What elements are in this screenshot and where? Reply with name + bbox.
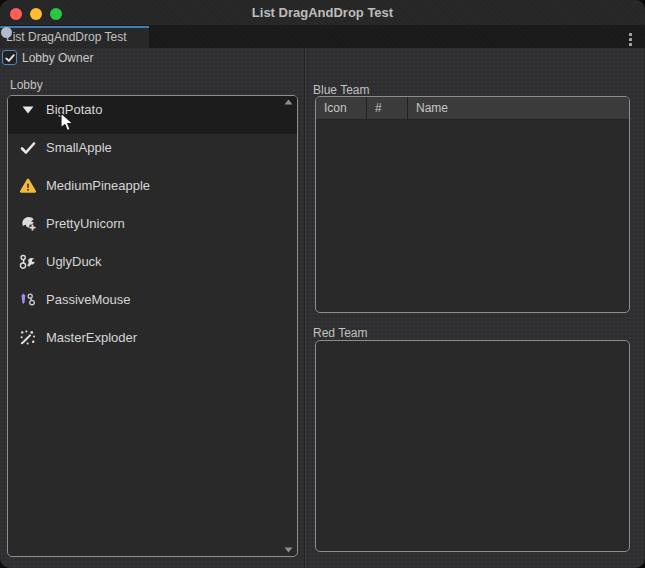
lobby-item-label: PassiveMouse [46, 291, 131, 309]
column-header-number[interactable]: # [367, 97, 408, 119]
tab-label: List DragAndDrop Test [6, 30, 127, 44]
lobby-owner-checkbox[interactable] [2, 50, 17, 65]
particle-burst-icon [19, 329, 37, 347]
scroll-up-icon[interactable] [284, 99, 293, 105]
lobby-item-label: MediumPineapple [46, 177, 150, 195]
checkmark-icon [19, 139, 37, 157]
blue-team-label: Blue Team [313, 83, 369, 97]
lobby-owner-label: Lobby Owner [22, 51, 93, 65]
tab-bar: List DragAndDrop Test [0, 26, 645, 48]
blue-team-table[interactable]: Icon # Name [315, 96, 630, 313]
lobby-item[interactable]: PassiveMouse [8, 286, 297, 324]
lobby-item[interactable]: MasterExploder [8, 324, 297, 362]
duck-rig-icon [19, 253, 37, 271]
lobby-item[interactable]: SmallApple [8, 134, 297, 172]
lobby-item-label: SmallApple [46, 139, 112, 157]
unicorn-mask-icon [19, 215, 37, 233]
lobby-item-label: MasterExploder [46, 329, 137, 347]
lobby-item-label: UglyDuck [46, 253, 102, 271]
red-team-label: Red Team [313, 326, 367, 340]
red-team-box[interactable] [315, 340, 630, 552]
column-header-name[interactable]: Name [408, 97, 629, 119]
tab-list-draganddrop-test[interactable]: List DragAndDrop Test [0, 26, 149, 48]
warning-triangle-icon [19, 177, 37, 195]
mouse-avatar-icon [19, 291, 37, 309]
column-header-icon[interactable]: Icon [316, 97, 367, 119]
lobby-item[interactable]: PrettyUnicorn [8, 210, 297, 248]
titlebar: List DragAndDrop Test [0, 0, 645, 26]
pane-divider[interactable] [304, 48, 306, 568]
lobby-item-label: PrettyUnicorn [46, 215, 125, 233]
lobby-list: BigPotatoSmallAppleMediumPineapplePretty… [7, 95, 298, 557]
dropdown-triangle-icon [19, 101, 37, 119]
lobby-item-label: BigPotato [46, 101, 102, 119]
window-title: List DragAndDrop Test [0, 0, 645, 26]
unity-window: List DragAndDrop Test List DragAndDrop T… [0, 0, 645, 568]
lobby-item[interactable]: UglyDuck [8, 248, 297, 286]
scroll-down-icon[interactable] [284, 547, 293, 553]
lobby-label: Lobby [10, 78, 43, 92]
blue-team-header: Icon # Name [316, 97, 629, 120]
lobby-item[interactable]: MediumPineapple [8, 172, 297, 210]
lobby-item[interactable]: BigPotato [8, 96, 297, 134]
lobby-owner-row: Lobby Owner [2, 50, 93, 65]
kebab-menu-icon[interactable] [629, 33, 632, 46]
tab-grab-icon [1, 27, 12, 38]
